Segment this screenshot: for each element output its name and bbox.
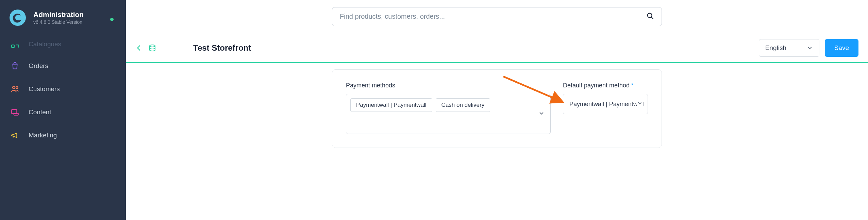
megaphone-icon [10,130,20,141]
payment-methods-label: Payment methods [346,82,551,89]
svg-point-5 [150,45,155,47]
status-dot-icon [110,18,114,21]
sidebar-item-catalogues[interactable]: Catalogues [0,37,126,54]
sidebar-item-label: Content [29,108,51,116]
content-area: Payment methods Paymentwall | Paymentwal… [126,63,868,148]
brand-logo [10,10,26,26]
required-asterisk: * [631,82,633,89]
svg-point-2 [16,86,18,88]
sidebar-item-orders[interactable]: Orders [0,54,126,78]
search-input[interactable] [340,13,623,20]
global-search[interactable] [332,7,662,26]
sidebar-item-label: Orders [29,62,48,70]
sidebar-header: Administration v6.4.6.0 Stable Version [0,6,126,34]
layout-icon [10,107,20,118]
users-icon [10,84,20,95]
chevron-down-icon [637,100,643,108]
sidebar-nav: Catalogues Orders Customers [0,37,126,147]
list-view-button[interactable] [148,44,156,52]
default-payment-value: Paymentwall | Paymentwall [569,101,644,108]
chevron-left-icon [135,44,143,52]
sidebar: Administration v6.4.6.0 Stable Version C… [0,0,126,220]
svg-point-1 [13,86,15,89]
default-payment-select[interactable]: Paymentwall | Paymentwall [563,94,648,114]
sidebar-item-customers[interactable]: Customers [0,78,126,101]
settings-card: Payment methods Paymentwall | Paymentwal… [332,69,662,148]
page-toolbar: Test Storefront English Save [126,33,868,63]
language-select[interactable]: English [759,39,819,57]
page-title: Test Storefront [193,43,251,53]
storage-icon [148,44,156,52]
default-payment-field: Default payment method* Paymentwall | Pa… [563,82,648,134]
chevron-down-icon [807,45,813,51]
default-payment-label-text: Default payment method [563,82,630,89]
save-button[interactable]: Save [825,39,858,57]
payment-method-chip[interactable]: Cash on delivery [436,98,490,112]
sidebar-item-label: Marketing [29,132,57,139]
sidebar-item-label: Customers [29,85,60,93]
brand-version: v6.4.6.0 Stable Version [33,19,84,25]
svg-rect-0 [12,45,14,48]
search-icon [647,12,654,21]
payment-methods-field: Payment methods Paymentwall | Paymentwal… [346,82,551,134]
sidebar-item-content[interactable]: Content [0,101,126,124]
bag-icon [10,61,20,71]
main: Test Storefront English Save Payment met… [126,0,868,220]
grid-icon [10,39,20,50]
sidebar-item-label: Catalogues [29,40,61,48]
svg-rect-3 [12,109,17,114]
svg-point-4 [648,13,652,17]
back-button[interactable] [135,44,143,52]
shopware-logo-icon [13,13,23,23]
language-value: English [765,44,786,52]
default-payment-label: Default payment method* [563,82,648,89]
payment-methods-multiselect[interactable]: Paymentwall | Paymentwall Cash on delive… [346,94,551,134]
brand-title: Administration [33,11,84,19]
topbar [126,0,868,33]
sidebar-item-marketing[interactable]: Marketing [0,124,126,147]
payment-method-chip[interactable]: Paymentwall | Paymentwall [350,98,432,112]
chevron-down-icon [538,110,545,118]
